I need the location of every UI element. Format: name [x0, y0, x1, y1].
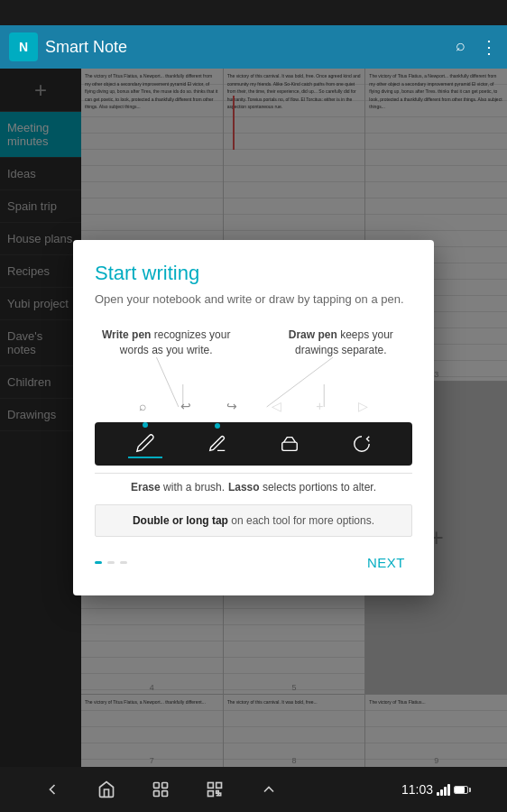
home-button[interactable]: [90, 773, 123, 806]
svg-rect-4: [282, 442, 298, 450]
modal-subtitle: Open your notebook and write or draw by …: [95, 292, 412, 306]
dot-2: [107, 561, 115, 564]
draw-pen-feature: Draw pen keeps your drawings separate.: [270, 328, 412, 358]
battery-icon: [454, 786, 471, 794]
svg-rect-8: [162, 791, 168, 797]
nav-right: 11:03: [401, 782, 471, 797]
app-title: Smart Note: [45, 38, 448, 57]
status-bar: [0, 0, 507, 25]
start-writing-modal: Start writing Open your notebook and wri…: [73, 240, 434, 596]
svg-rect-6: [162, 783, 168, 789]
app-header: N Smart Note ⌕ ⋮: [0, 25, 507, 69]
svg-rect-7: [154, 791, 160, 797]
eraser-tool[interactable]: [272, 430, 307, 457]
dot-3: [120, 561, 127, 564]
header-icons: ⌕ ⋮: [456, 36, 498, 58]
write-pen-feature: Write pen recognizes your words as you w…: [95, 328, 237, 358]
svg-rect-10: [217, 783, 222, 789]
nav-bar: 11:03: [0, 767, 507, 812]
modal-progress: Next: [95, 551, 412, 574]
main-layout: + Meeting minutes Ideas Spain trip House…: [0, 69, 507, 767]
svg-rect-9: [208, 783, 214, 789]
search-icon[interactable]: ⌕: [456, 36, 466, 58]
menu-icon[interactable]: ⋮: [480, 36, 498, 58]
hint-bar: Double or long tap on each tool for more…: [95, 504, 412, 537]
lasso-annotation: Lasso selects portions to alter.: [228, 481, 376, 494]
recent-apps-button[interactable]: [144, 773, 177, 806]
tool-annotations: Erase with a brush. Lasso selects portio…: [95, 481, 412, 494]
wifi-icon: [437, 783, 450, 796]
erase-annotation: Erase with a brush.: [131, 481, 225, 494]
lasso-tool[interactable]: [345, 430, 379, 457]
write-pen-tool[interactable]: [128, 429, 162, 458]
svg-rect-5: [154, 783, 160, 789]
svg-rect-11: [208, 791, 214, 797]
modal-overlay: Start writing Open your notebook and wri…: [0, 69, 507, 767]
toolbar-demo: ⌕ ↩ ↪ ◁ + ▷: [95, 422, 412, 466]
dot-1: [95, 561, 102, 564]
progress-dots: [95, 561, 127, 564]
qr-button[interactable]: [198, 773, 231, 806]
up-button[interactable]: [253, 773, 285, 806]
next-button[interactable]: Next: [360, 551, 412, 574]
app-logo: N: [9, 32, 38, 61]
draw-pen-tool[interactable]: [200, 430, 235, 457]
clock-time: 11:03: [401, 782, 433, 797]
back-button[interactable]: [36, 773, 69, 806]
modal-title: Start writing: [95, 262, 412, 285]
